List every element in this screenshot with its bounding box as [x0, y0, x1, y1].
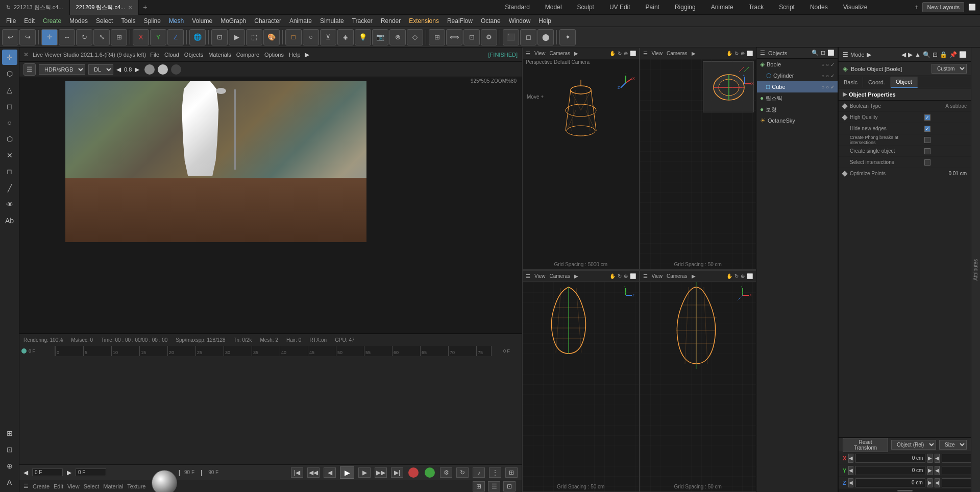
scene-item-cube[interactable]: □ Cube ○ ○ ✓	[757, 81, 838, 92]
vp-right-maximize-icon[interactable]: ⬜	[630, 273, 636, 279]
create-single-checkbox[interactable]	[924, 148, 930, 154]
move-tool[interactable]: ↔	[59, 29, 75, 45]
timeline-prev-arrow[interactable]: ◀	[23, 469, 28, 476]
tp-x-pos-arrow-left[interactable]: ◀	[848, 454, 853, 463]
scrollbar-thumb[interactable]	[897, 490, 913, 491]
vp-perspective-menu-icon[interactable]: ☰	[526, 51, 530, 56]
timeline-next-arrow[interactable]: ▶	[67, 469, 71, 476]
scene-item-lipstick[interactable]: ● 립스틱	[757, 92, 838, 104]
vp-front-view-label[interactable]: View	[652, 273, 663, 279]
rp-forward-icon[interactable]: ▶	[908, 51, 913, 58]
color-picker[interactable]: 🎨	[263, 29, 280, 45]
rp-layout-dropdown[interactable]: Custom	[932, 64, 967, 74]
menu-realflow[interactable]: RealFlow	[443, 16, 477, 26]
menu-volume[interactable]: Volume	[188, 16, 216, 26]
vp-right-cameras[interactable]: Cameras	[550, 273, 571, 279]
sidebar-tool-ab[interactable]: Ab	[2, 213, 17, 228]
vp-top-orbit-icon[interactable]: ↻	[734, 51, 739, 56]
rp-tab-object[interactable]: Object	[891, 77, 918, 88]
sidebar-tool-pen[interactable]: ╱	[2, 180, 17, 196]
transform-space-dropdown[interactable]: Size	[939, 440, 967, 450]
viewport-shade[interactable]: ⬛	[503, 29, 519, 45]
mode-tab-visualize[interactable]: Visualize	[836, 2, 875, 13]
mode-tab-sculpt[interactable]: Sculpt	[570, 2, 601, 13]
y-axis[interactable]: Y	[150, 29, 166, 45]
view-icon-3[interactable]: ⊡	[503, 481, 516, 491]
vp-top-cameras-arrow[interactable]: ▶	[692, 51, 696, 56]
menu-window[interactable]: Window	[505, 16, 535, 26]
lv-arrow-right[interactable]: ▶	[135, 66, 139, 73]
rp-up-icon[interactable]: ▲	[915, 51, 921, 58]
timeline-frame-input[interactable]	[32, 468, 63, 476]
cube-check-icon[interactable]: ✓	[830, 84, 835, 90]
render-region[interactable]: ⬚	[246, 29, 262, 45]
vp-right-move-icon[interactable]: ✋	[609, 273, 616, 279]
render-btn[interactable]: ▶	[229, 29, 245, 45]
menu-simulate[interactable]: Simulate	[316, 16, 348, 26]
tp-z-pos-input[interactable]	[855, 478, 925, 487]
rp-search-icon[interactable]: 🔍	[923, 51, 930, 58]
add-layout-icon[interactable]: +	[915, 4, 918, 11]
vp-front-cameras-arrow[interactable]: ▶	[692, 273, 696, 279]
timeline-end-input[interactable]	[76, 468, 106, 476]
cube-visible-icon[interactable]: ○	[821, 84, 824, 90]
rp-back-icon[interactable]: ◀	[901, 51, 906, 58]
mode-tab-track[interactable]: Track	[742, 2, 771, 13]
lv-menu-file[interactable]: File	[150, 52, 159, 58]
sidebar-tool-polygon[interactable]: ⬡	[2, 131, 17, 147]
lv-menu-cloud[interactable]: Cloud	[164, 52, 179, 58]
vp-move-icon[interactable]: ✋	[609, 51, 616, 56]
lv-hdr-select[interactable]: HDR/sRGB	[39, 64, 85, 75]
vp-right-view-label[interactable]: View	[534, 273, 546, 279]
tab-add-button[interactable]: +	[139, 3, 151, 11]
tp-y-pos-input[interactable]	[855, 466, 925, 475]
menu-tools[interactable]: Tools	[117, 16, 139, 26]
sidebar-tool-eye[interactable]: 👁	[2, 197, 17, 212]
vp-top-zoom-icon[interactable]: ⊕	[741, 51, 745, 56]
snap-tool[interactable]: ⊡	[211, 29, 228, 45]
vp-top-cameras[interactable]: Cameras	[667, 51, 688, 56]
menu-octane[interactable]: Octane	[477, 16, 505, 26]
menu-extensions[interactable]: Extensions	[405, 16, 443, 26]
rp-expand-icon[interactable]: ⬜	[959, 51, 967, 58]
vp-maximize-icon[interactable]: ⬜	[630, 51, 636, 56]
menu-create[interactable]: Create	[39, 16, 65, 26]
op-filter-icon[interactable]: ⊡	[821, 50, 825, 56]
audio-button[interactable]: ♪	[473, 467, 485, 478]
vp-top-move-icon[interactable]: ✋	[726, 51, 732, 56]
rp-mode-arrow[interactable]: ▶	[867, 51, 871, 58]
attributes-side-tab[interactable]: Attributes	[971, 48, 980, 492]
vp-front-cameras[interactable]: Cameras	[667, 273, 688, 279]
vp-front-maximize-icon[interactable]: ⬜	[747, 273, 753, 279]
cube-btn[interactable]: □	[285, 29, 302, 45]
vp-zoom-icon[interactable]: ⊕	[624, 51, 628, 56]
boole-visible-icon[interactable]: ○	[821, 62, 824, 67]
bottom-menu-texture[interactable]: Texture	[127, 483, 145, 489]
lv-menu-compare[interactable]: Compare	[236, 52, 259, 58]
lv-settings-btn[interactable]: ☰	[23, 63, 36, 76]
symmetry-btn[interactable]: ⊡	[463, 29, 480, 45]
boole-render-icon[interactable]: ○	[826, 62, 829, 67]
tp-x-pos-input[interactable]	[855, 454, 925, 463]
sidebar-tool-move[interactable]: ⬡	[2, 66, 17, 81]
bottom-menu-view[interactable]: View	[67, 483, 80, 489]
mode-tab-nodes[interactable]: Nodes	[803, 2, 835, 13]
high-quality-checkbox[interactable]	[924, 114, 930, 121]
cylinder-visible-icon[interactable]: ○	[821, 73, 824, 79]
bottom-menu-create[interactable]: Create	[33, 483, 50, 489]
maximize-icon[interactable]: ⬜	[968, 4, 976, 11]
sphere-btn[interactable]: ○	[303, 29, 319, 45]
tab-1[interactable]: ↻ 221213 립스틱.c4...	[0, 0, 70, 15]
vp-cameras-label[interactable]: Cameras	[550, 51, 571, 56]
arrange-btn[interactable]: ⊞	[429, 29, 445, 45]
bottom-menu-material[interactable]: Material	[103, 483, 123, 489]
cube-render-icon[interactable]: ○	[826, 84, 829, 90]
vp-cameras-arrow[interactable]: ▶	[574, 51, 578, 56]
shading-btn[interactable]: ⬤	[537, 29, 554, 45]
material-ball[interactable]	[152, 470, 177, 492]
reset-transform-button[interactable]: Reset Transform	[843, 438, 888, 452]
rp-tab-coord[interactable]: Coord.	[863, 77, 891, 87]
transform-mode-dropdown[interactable]: Object (Rel)	[891, 440, 936, 450]
lv-menu-help[interactable]: Help	[289, 52, 301, 58]
scene-item-bohyung[interactable]: ● 보형	[757, 104, 838, 115]
